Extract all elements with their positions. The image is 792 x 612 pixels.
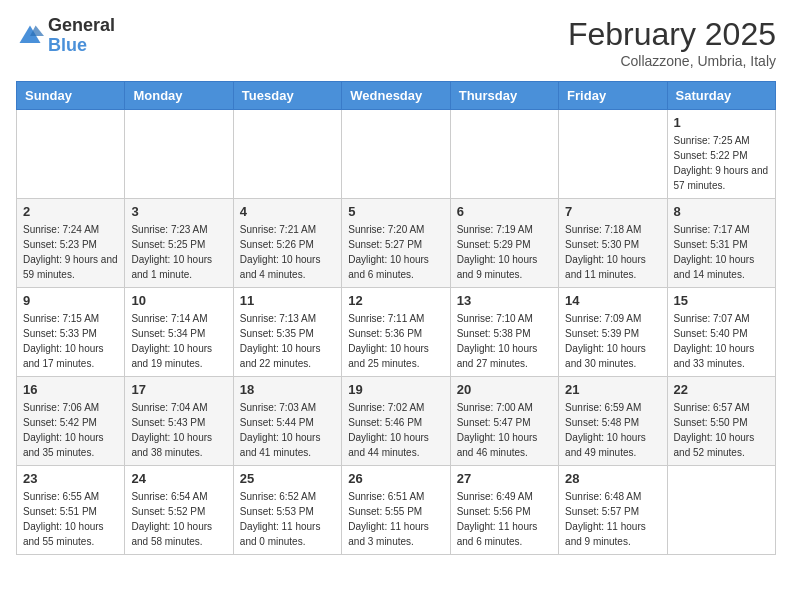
day-number: 17 — [131, 382, 226, 397]
calendar-cell: 23Sunrise: 6:55 AM Sunset: 5:51 PM Dayli… — [17, 466, 125, 555]
calendar-header-row: SundayMondayTuesdayWednesdayThursdayFrid… — [17, 82, 776, 110]
calendar-cell: 17Sunrise: 7:04 AM Sunset: 5:43 PM Dayli… — [125, 377, 233, 466]
col-header-thursday: Thursday — [450, 82, 558, 110]
day-info: Sunrise: 7:19 AM Sunset: 5:29 PM Dayligh… — [457, 222, 552, 282]
logo: General Blue — [16, 16, 115, 56]
day-number: 28 — [565, 471, 660, 486]
day-number: 16 — [23, 382, 118, 397]
calendar-cell: 16Sunrise: 7:06 AM Sunset: 5:42 PM Dayli… — [17, 377, 125, 466]
day-number: 27 — [457, 471, 552, 486]
day-info: Sunrise: 7:18 AM Sunset: 5:30 PM Dayligh… — [565, 222, 660, 282]
day-number: 13 — [457, 293, 552, 308]
day-info: Sunrise: 6:51 AM Sunset: 5:55 PM Dayligh… — [348, 489, 443, 549]
calendar-cell: 13Sunrise: 7:10 AM Sunset: 5:38 PM Dayli… — [450, 288, 558, 377]
day-number: 18 — [240, 382, 335, 397]
calendar-week-3: 9Sunrise: 7:15 AM Sunset: 5:33 PM Daylig… — [17, 288, 776, 377]
day-info: Sunrise: 7:13 AM Sunset: 5:35 PM Dayligh… — [240, 311, 335, 371]
calendar-cell: 22Sunrise: 6:57 AM Sunset: 5:50 PM Dayli… — [667, 377, 775, 466]
calendar-cell: 12Sunrise: 7:11 AM Sunset: 5:36 PM Dayli… — [342, 288, 450, 377]
day-number: 26 — [348, 471, 443, 486]
day-info: Sunrise: 6:54 AM Sunset: 5:52 PM Dayligh… — [131, 489, 226, 549]
calendar-cell: 14Sunrise: 7:09 AM Sunset: 5:39 PM Dayli… — [559, 288, 667, 377]
calendar-cell: 28Sunrise: 6:48 AM Sunset: 5:57 PM Dayli… — [559, 466, 667, 555]
day-info: Sunrise: 7:14 AM Sunset: 5:34 PM Dayligh… — [131, 311, 226, 371]
day-info: Sunrise: 7:21 AM Sunset: 5:26 PM Dayligh… — [240, 222, 335, 282]
day-info: Sunrise: 6:59 AM Sunset: 5:48 PM Dayligh… — [565, 400, 660, 460]
day-number: 24 — [131, 471, 226, 486]
calendar-cell: 25Sunrise: 6:52 AM Sunset: 5:53 PM Dayli… — [233, 466, 341, 555]
col-header-sunday: Sunday — [17, 82, 125, 110]
logo-icon — [16, 22, 44, 50]
col-header-monday: Monday — [125, 82, 233, 110]
day-info: Sunrise: 7:11 AM Sunset: 5:36 PM Dayligh… — [348, 311, 443, 371]
day-number: 11 — [240, 293, 335, 308]
day-number: 19 — [348, 382, 443, 397]
calendar-cell — [233, 110, 341, 199]
calendar-cell — [125, 110, 233, 199]
day-info: Sunrise: 6:48 AM Sunset: 5:57 PM Dayligh… — [565, 489, 660, 549]
day-number: 15 — [674, 293, 769, 308]
col-header-friday: Friday — [559, 82, 667, 110]
col-header-tuesday: Tuesday — [233, 82, 341, 110]
calendar-cell: 8Sunrise: 7:17 AM Sunset: 5:31 PM Daylig… — [667, 199, 775, 288]
page-header: General Blue February 2025 Collazzone, U… — [16, 16, 776, 69]
calendar-week-5: 23Sunrise: 6:55 AM Sunset: 5:51 PM Dayli… — [17, 466, 776, 555]
day-number: 10 — [131, 293, 226, 308]
day-number: 6 — [457, 204, 552, 219]
calendar-cell: 21Sunrise: 6:59 AM Sunset: 5:48 PM Dayli… — [559, 377, 667, 466]
day-info: Sunrise: 7:09 AM Sunset: 5:39 PM Dayligh… — [565, 311, 660, 371]
calendar-cell: 5Sunrise: 7:20 AM Sunset: 5:27 PM Daylig… — [342, 199, 450, 288]
logo-text: General Blue — [48, 16, 115, 56]
day-number: 22 — [674, 382, 769, 397]
day-number: 21 — [565, 382, 660, 397]
day-number: 14 — [565, 293, 660, 308]
day-info: Sunrise: 7:02 AM Sunset: 5:46 PM Dayligh… — [348, 400, 443, 460]
day-info: Sunrise: 6:55 AM Sunset: 5:51 PM Dayligh… — [23, 489, 118, 549]
calendar-cell: 11Sunrise: 7:13 AM Sunset: 5:35 PM Dayli… — [233, 288, 341, 377]
day-info: Sunrise: 6:52 AM Sunset: 5:53 PM Dayligh… — [240, 489, 335, 549]
calendar-cell: 7Sunrise: 7:18 AM Sunset: 5:30 PM Daylig… — [559, 199, 667, 288]
day-number: 4 — [240, 204, 335, 219]
calendar-cell — [17, 110, 125, 199]
calendar-cell: 1Sunrise: 7:25 AM Sunset: 5:22 PM Daylig… — [667, 110, 775, 199]
calendar-cell: 27Sunrise: 6:49 AM Sunset: 5:56 PM Dayli… — [450, 466, 558, 555]
day-number: 20 — [457, 382, 552, 397]
day-number: 23 — [23, 471, 118, 486]
day-number: 8 — [674, 204, 769, 219]
calendar-cell — [559, 110, 667, 199]
calendar-cell: 4Sunrise: 7:21 AM Sunset: 5:26 PM Daylig… — [233, 199, 341, 288]
day-info: Sunrise: 7:03 AM Sunset: 5:44 PM Dayligh… — [240, 400, 335, 460]
day-info: Sunrise: 7:23 AM Sunset: 5:25 PM Dayligh… — [131, 222, 226, 282]
calendar-week-1: 1Sunrise: 7:25 AM Sunset: 5:22 PM Daylig… — [17, 110, 776, 199]
calendar-cell: 19Sunrise: 7:02 AM Sunset: 5:46 PM Dayli… — [342, 377, 450, 466]
calendar-cell: 24Sunrise: 6:54 AM Sunset: 5:52 PM Dayli… — [125, 466, 233, 555]
calendar-cell: 9Sunrise: 7:15 AM Sunset: 5:33 PM Daylig… — [17, 288, 125, 377]
day-info: Sunrise: 7:10 AM Sunset: 5:38 PM Dayligh… — [457, 311, 552, 371]
day-info: Sunrise: 7:25 AM Sunset: 5:22 PM Dayligh… — [674, 133, 769, 193]
day-info: Sunrise: 7:15 AM Sunset: 5:33 PM Dayligh… — [23, 311, 118, 371]
col-header-saturday: Saturday — [667, 82, 775, 110]
title-block: February 2025 Collazzone, Umbria, Italy — [568, 16, 776, 69]
calendar-cell — [667, 466, 775, 555]
calendar-cell: 18Sunrise: 7:03 AM Sunset: 5:44 PM Dayli… — [233, 377, 341, 466]
calendar-week-2: 2Sunrise: 7:24 AM Sunset: 5:23 PM Daylig… — [17, 199, 776, 288]
col-header-wednesday: Wednesday — [342, 82, 450, 110]
calendar-cell: 15Sunrise: 7:07 AM Sunset: 5:40 PM Dayli… — [667, 288, 775, 377]
calendar-cell: 10Sunrise: 7:14 AM Sunset: 5:34 PM Dayli… — [125, 288, 233, 377]
day-info: Sunrise: 7:06 AM Sunset: 5:42 PM Dayligh… — [23, 400, 118, 460]
day-info: Sunrise: 6:57 AM Sunset: 5:50 PM Dayligh… — [674, 400, 769, 460]
day-number: 1 — [674, 115, 769, 130]
day-number: 9 — [23, 293, 118, 308]
day-info: Sunrise: 7:07 AM Sunset: 5:40 PM Dayligh… — [674, 311, 769, 371]
day-info: Sunrise: 7:17 AM Sunset: 5:31 PM Dayligh… — [674, 222, 769, 282]
day-number: 2 — [23, 204, 118, 219]
day-info: Sunrise: 7:00 AM Sunset: 5:47 PM Dayligh… — [457, 400, 552, 460]
calendar-cell: 3Sunrise: 7:23 AM Sunset: 5:25 PM Daylig… — [125, 199, 233, 288]
day-number: 25 — [240, 471, 335, 486]
day-number: 12 — [348, 293, 443, 308]
location: Collazzone, Umbria, Italy — [568, 53, 776, 69]
day-number: 7 — [565, 204, 660, 219]
calendar-cell: 6Sunrise: 7:19 AM Sunset: 5:29 PM Daylig… — [450, 199, 558, 288]
calendar-cell — [450, 110, 558, 199]
day-info: Sunrise: 7:20 AM Sunset: 5:27 PM Dayligh… — [348, 222, 443, 282]
